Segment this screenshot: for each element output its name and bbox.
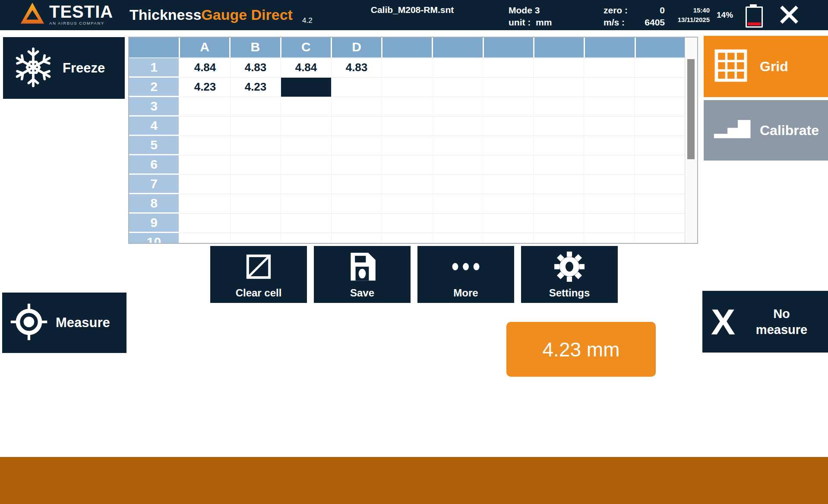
row-header-7[interactable]: 7	[129, 175, 180, 194]
grid-cell-C9[interactable]	[281, 214, 332, 233]
grid-cell-col59[interactable]	[382, 214, 433, 233]
grid-cell-A10[interactable]	[180, 233, 231, 243]
grid-cell-col96[interactable]	[584, 155, 635, 175]
grid-cell-col69[interactable]	[433, 214, 483, 233]
grid-cell-C7[interactable]	[281, 175, 332, 194]
grid-cell-A1[interactable]: 4.84	[180, 58, 231, 78]
grid-cell-B8[interactable]	[231, 194, 281, 214]
grid-cell-col56[interactable]	[382, 155, 433, 175]
grid-cell-col88[interactable]	[534, 194, 584, 214]
col-header-D[interactable]: D	[332, 38, 382, 57]
grid-cell-C6[interactable]	[281, 155, 332, 175]
grid-cell-col75[interactable]	[483, 136, 534, 155]
grid-cell-col107[interactable]	[635, 175, 685, 194]
grid-cell-col74[interactable]	[483, 117, 534, 136]
grid-cell-col61[interactable]	[433, 58, 483, 78]
grid-cell-col83[interactable]	[534, 97, 584, 117]
row-header-8[interactable]: 8	[129, 194, 180, 214]
current-file-name[interactable]: Calib_M208-RM.snt	[348, 5, 477, 15]
row-header-1[interactable]: 1	[129, 58, 180, 78]
grid-cell-D9[interactable]	[332, 214, 382, 233]
grid-cell-col108[interactable]	[635, 194, 685, 214]
col-header-empty-8[interactable]	[534, 38, 585, 57]
grid-cell-A3[interactable]	[180, 97, 231, 117]
close-app-button[interactable]	[777, 3, 801, 28]
grid-cell-col55[interactable]	[382, 136, 433, 155]
grid-cell-col91[interactable]	[584, 58, 635, 78]
grid-cell-D5[interactable]	[332, 136, 382, 155]
grid-cell-col54[interactable]	[382, 117, 433, 136]
row-header-2[interactable]: 2	[129, 78, 180, 97]
grid-cell-A7[interactable]	[180, 175, 231, 194]
col-header-empty-5[interactable]	[382, 38, 433, 57]
grid-cell-C10[interactable]	[281, 233, 332, 243]
grid-cell-B5[interactable]	[231, 136, 281, 155]
freeze-button[interactable]: Freeze	[3, 37, 125, 99]
grid-cell-col610[interactable]	[433, 233, 483, 243]
grid-cell-col97[interactable]	[584, 175, 635, 194]
grid-cell-col51[interactable]	[382, 58, 433, 78]
grid-cell-C1[interactable]: 4.84	[281, 58, 332, 78]
grid-cell-col82[interactable]	[534, 78, 584, 97]
grid-cell-col94[interactable]	[584, 117, 635, 136]
grid-cell-col910[interactable]	[584, 233, 635, 243]
grid-cell-A6[interactable]	[180, 155, 231, 175]
save-button[interactable]: Save	[314, 246, 411, 303]
grid-cell-col53[interactable]	[382, 97, 433, 117]
col-header-empty-7[interactable]	[484, 38, 534, 57]
no-measure-button[interactable]: X No measure	[702, 291, 828, 353]
grid-cell-col98[interactable]	[584, 194, 635, 214]
more-button[interactable]: More	[417, 246, 514, 303]
grid-cell-col64[interactable]	[433, 117, 483, 136]
grid-cell-A2[interactable]: 4.23	[180, 78, 231, 97]
grid-cell-col92[interactable]	[584, 78, 635, 97]
grid-cell-col67[interactable]	[433, 175, 483, 194]
col-header-B[interactable]: B	[231, 38, 281, 57]
grid-cell-D6[interactable]	[332, 155, 382, 175]
col-header-empty-10[interactable]	[636, 38, 685, 57]
grid-cell-col71[interactable]	[483, 58, 534, 78]
grid-cell-D8[interactable]	[332, 194, 382, 214]
grid-cell-col58[interactable]	[382, 194, 433, 214]
grid-cell-D3[interactable]	[332, 97, 382, 117]
grid-scrollbar-thumb[interactable]	[687, 59, 695, 159]
grid-cell-col710[interactable]	[483, 233, 534, 243]
grid-cell-col68[interactable]	[433, 194, 483, 214]
settings-button[interactable]: Settings	[521, 246, 618, 303]
grid-cell-col89[interactable]	[534, 214, 584, 233]
grid-cell-C2[interactable]	[281, 78, 332, 97]
grid-cell-col99[interactable]	[584, 214, 635, 233]
grid-cell-col109[interactable]	[635, 214, 685, 233]
grid-cell-col84[interactable]	[534, 117, 584, 136]
grid-cell-col78[interactable]	[483, 194, 534, 214]
grid-cell-D4[interactable]	[332, 117, 382, 136]
grid-cell-col93[interactable]	[584, 97, 635, 117]
grid-cell-C4[interactable]	[281, 117, 332, 136]
grid-cell-C5[interactable]	[281, 136, 332, 155]
grid-cell-col62[interactable]	[433, 78, 483, 97]
grid-cell-col76[interactable]	[483, 155, 534, 175]
grid-mode-button[interactable]: Grid	[704, 36, 828, 97]
grid-cell-col106[interactable]	[635, 155, 685, 175]
grid-cell-A8[interactable]	[180, 194, 231, 214]
grid-cell-col95[interactable]	[584, 136, 635, 155]
grid-scrollbar[interactable]	[685, 38, 697, 243]
row-header-3[interactable]: 3	[129, 97, 180, 117]
grid-cell-col105[interactable]	[635, 136, 685, 155]
grid-cell-col85[interactable]	[534, 136, 584, 155]
grid-cell-D7[interactable]	[332, 175, 382, 194]
grid-cell-col77[interactable]	[483, 175, 534, 194]
grid-cell-B2[interactable]: 4.23	[231, 78, 281, 97]
grid-cell-col101[interactable]	[635, 58, 685, 78]
grid-cell-col510[interactable]	[382, 233, 433, 243]
grid-cell-C8[interactable]	[281, 194, 332, 214]
grid-cell-C3[interactable]	[281, 97, 332, 117]
grid-cell-col65[interactable]	[433, 136, 483, 155]
col-header-A[interactable]: A	[180, 38, 231, 57]
grid-cell-D1[interactable]: 4.83	[332, 58, 382, 78]
grid-cell-B10[interactable]	[231, 233, 281, 243]
grid-cell-col72[interactable]	[483, 78, 534, 97]
col-header-empty-6[interactable]	[433, 38, 484, 57]
grid-cell-col52[interactable]	[382, 78, 433, 97]
grid-cell-B9[interactable]	[231, 214, 281, 233]
